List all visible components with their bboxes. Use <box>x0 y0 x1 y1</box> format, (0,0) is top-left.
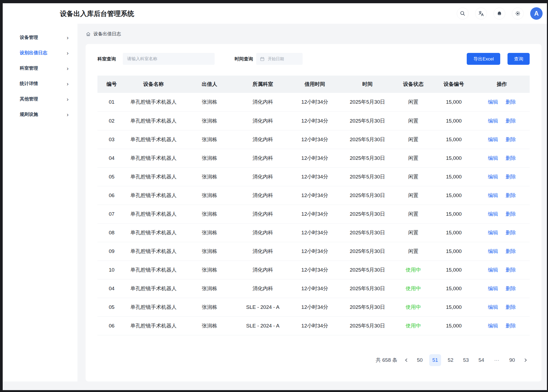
cell-department: 消化内科 <box>238 130 288 149</box>
user-avatar[interactable]: A <box>530 7 543 20</box>
cell-department: 消化内科 <box>238 149 288 167</box>
table-row: 06 单孔腔镜手术机器人 张润栋 SLE - 2024 - A 12小时34分 … <box>97 316 530 335</box>
cell-actions: 编辑 删除 <box>474 279 530 298</box>
chevron-right-icon: › <box>67 50 69 56</box>
edit-link[interactable]: 编辑 <box>488 118 498 124</box>
cell-serial: 08 <box>97 223 126 242</box>
edit-link[interactable]: 编辑 <box>488 323 498 329</box>
edit-link[interactable]: 编辑 <box>488 155 498 161</box>
sidebar-item[interactable]: 科室管理 › <box>3 60 77 76</box>
cell-date: 2025年5月30日 <box>342 223 393 242</box>
cell-department: 消化内科 <box>238 111 288 130</box>
sidebar-item[interactable]: 规则设施 › <box>3 107 77 122</box>
cell-date: 2025年5月30日 <box>342 186 393 205</box>
query-button[interactable]: 查询 <box>508 53 530 65</box>
sidebar-item[interactable]: 设备管理 › <box>3 30 77 45</box>
sidebar-item[interactable]: 其他管理 › <box>3 91 77 107</box>
page-number[interactable]: ··· <box>491 354 503 366</box>
edit-link[interactable]: 编辑 <box>488 267 498 273</box>
column-header: 设备名称 <box>126 76 181 93</box>
status-text: 闲置 <box>408 118 418 124</box>
cell-serial: 09 <box>97 242 126 261</box>
home-icon <box>86 31 91 37</box>
status-text: 闲置 <box>408 248 418 254</box>
cell-device-code: 15,000 <box>434 279 474 298</box>
cell-status: 闲置 <box>393 93 434 111</box>
edit-link[interactable]: 编辑 <box>488 99 498 105</box>
sidebar-item[interactable]: 统计详情 › <box>3 76 77 91</box>
edit-link[interactable]: 编辑 <box>488 286 498 291</box>
delete-link[interactable]: 删除 <box>506 211 516 217</box>
edit-link[interactable]: 编辑 <box>488 211 498 217</box>
delete-link[interactable]: 删除 <box>506 174 516 180</box>
table-row: 04 单孔腔镜手术机器人 张润栋 消化内科 12小时34分 2025年5月30日… <box>97 279 530 298</box>
sidebar-item-label: 科室管理 <box>20 65 38 71</box>
cell-serial: 05 <box>97 298 126 316</box>
cell-serial: 07 <box>97 205 126 223</box>
cell-borrow-duration: 12小时34分 <box>288 223 342 242</box>
cell-device-name: 单孔腔镜手术机器人 <box>126 149 181 167</box>
delete-link[interactable]: 删除 <box>506 286 516 291</box>
column-header: 编号 <box>97 76 126 93</box>
edit-link[interactable]: 编辑 <box>488 248 498 254</box>
app-window: 设备出入库后台管理系统 <box>3 3 547 390</box>
delete-link[interactable]: 删除 <box>506 155 516 161</box>
cell-lender: 张润栋 <box>181 167 238 186</box>
page-number[interactable]: 53 <box>460 354 472 366</box>
cell-department: 消化内科 <box>238 242 288 261</box>
edit-link[interactable]: 编辑 <box>488 230 498 235</box>
edit-link[interactable]: 编辑 <box>488 174 498 180</box>
cell-device-code: 15,000 <box>434 130 474 149</box>
page-number[interactable]: 54 <box>475 354 487 366</box>
dept-query-label: 科室查询 <box>97 56 116 62</box>
export-excel-button[interactable]: 导出Excel <box>467 53 500 65</box>
app-title: 设备出入库后台管理系统 <box>60 9 134 18</box>
delete-link[interactable]: 删除 <box>506 248 516 254</box>
delete-link[interactable]: 删除 <box>506 137 516 142</box>
cell-device-name: 单孔腔镜手术机器人 <box>126 93 181 111</box>
total-count: 共 658 条 <box>376 357 397 364</box>
sidebar-item-label: 统计详情 <box>20 80 38 87</box>
cell-department: 消化内科 <box>238 93 288 111</box>
cell-lender: 张润栋 <box>181 279 238 298</box>
delete-link[interactable]: 删除 <box>506 118 516 124</box>
start-date-picker[interactable]: 开始日期 <box>256 53 303 65</box>
cell-actions: 编辑 删除 <box>474 205 530 223</box>
cell-status: 闲置 <box>393 223 434 242</box>
cell-device-name: 单孔腔镜手术机器人 <box>126 111 181 130</box>
cell-device-code: 15,000 <box>434 316 474 335</box>
cell-lender: 张润栋 <box>181 242 238 261</box>
cell-borrow-duration: 12小时34分 <box>288 316 342 335</box>
edit-link[interactable]: 编辑 <box>488 192 498 198</box>
breadcrumb-label: 设备出借日志 <box>93 31 121 37</box>
delete-link[interactable]: 删除 <box>506 99 516 105</box>
cell-device-code: 15,000 <box>434 298 474 316</box>
delete-link[interactable]: 删除 <box>506 192 516 198</box>
dept-search-input[interactable] <box>123 53 215 65</box>
prev-page-button[interactable] <box>402 354 410 366</box>
delete-link[interactable]: 删除 <box>506 267 516 273</box>
cell-device-code: 15,000 <box>434 186 474 205</box>
cell-borrow-duration: 12小时34分 <box>288 298 342 316</box>
status-text: 使用中 <box>406 267 421 273</box>
notification-bell-icon[interactable] <box>493 8 505 19</box>
page-number[interactable]: 90 <box>506 354 518 366</box>
cell-department: 消化内科 <box>238 167 288 186</box>
delete-link[interactable]: 删除 <box>506 304 516 310</box>
search-icon[interactable] <box>457 8 469 19</box>
edit-link[interactable]: 编辑 <box>488 304 498 310</box>
chevron-right-icon: › <box>67 65 69 71</box>
theme-icon[interactable] <box>512 8 524 19</box>
translate-icon[interactable] <box>475 8 487 19</box>
cell-date: 2025年5月30日 <box>342 242 393 261</box>
edit-link[interactable]: 编辑 <box>488 137 498 142</box>
page-number[interactable]: 50 <box>414 354 426 366</box>
page-number[interactable]: 51 <box>429 354 441 366</box>
delete-link[interactable]: 删除 <box>506 230 516 235</box>
delete-link[interactable]: 删除 <box>506 323 516 329</box>
page-number[interactable]: 52 <box>445 354 456 366</box>
cell-borrow-duration: 12小时34分 <box>288 279 342 298</box>
sidebar-item[interactable]: 设别出借日志 › <box>3 45 77 60</box>
next-page-button[interactable] <box>522 354 530 366</box>
cell-device-code: 15,000 <box>434 242 474 261</box>
